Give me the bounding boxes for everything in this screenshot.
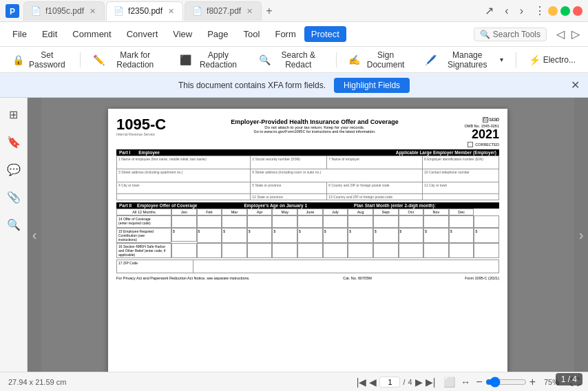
menu-convert[interactable]: Convert <box>120 26 165 42</box>
field-city-emp: 4 City or town <box>117 182 251 194</box>
sign-doc-button[interactable]: ✍️ Sign Document <box>342 47 414 72</box>
search-tools-box[interactable]: 🔍 Search Tools <box>474 28 547 41</box>
cell-14-all <box>171 215 197 228</box>
field-street-emp2: 9 Street address (including room or suit… <box>251 169 423 182</box>
form-footer-number: Form 1095-C (2021) <box>465 276 499 280</box>
menu-tool[interactable]: Tool <box>237 26 267 42</box>
sidebar-item-search[interactable]: 🔍 <box>3 213 25 235</box>
tab-f2350[interactable]: 📄 f2350.pdf ✕ <box>106 1 183 21</box>
notification-message: This document contains XFA form fields. <box>178 81 326 90</box>
nav-back-button[interactable]: ◁ <box>554 26 567 42</box>
value-ein <box>424 161 497 168</box>
employee-label: Employee <box>138 150 160 155</box>
share-button[interactable]: ↗ <box>482 3 496 19</box>
privacy-notice: For Privacy Act and Paperwork Reduction … <box>116 276 250 280</box>
page-corner-number: 600120 <box>483 117 499 122</box>
field-employee-name: 1 Name of employee (first name, middle i… <box>117 156 251 169</box>
prev-page-button[interactable]: ◀ <box>369 377 377 388</box>
page-number-input[interactable] <box>379 377 400 388</box>
form-number-block: 1095-C Internal Revenue Service <box>116 117 178 137</box>
field-country-er: 13 Country and ZIP or foreign postal cod… <box>327 194 423 200</box>
sign-doc-label: Sign Document <box>363 50 408 70</box>
menu-page[interactable]: Page <box>200 26 235 42</box>
tab-close-f2350[interactable]: ✕ <box>167 6 176 17</box>
tab-label: f1095c.pdf <box>45 6 84 16</box>
cell-14-nov <box>449 215 474 228</box>
month-aug: Aug <box>348 209 373 215</box>
page-nav-right[interactable]: › <box>574 98 588 372</box>
manage-sigs-button[interactable]: 🖊️ Manage Signatures <box>418 47 510 72</box>
cell-16-mar <box>247 243 273 258</box>
cell-14-sept <box>399 215 424 228</box>
apply-redaction-button[interactable]: ⬛ Apply Redaction <box>173 47 249 72</box>
electro-label: Electro... <box>543 55 576 65</box>
part-ii-label: Part II <box>119 203 132 208</box>
zoom-in-button[interactable]: + <box>529 376 536 388</box>
page-nav-left[interactable]: ‹ <box>28 98 41 372</box>
menu-form[interactable]: Form <box>268 26 302 42</box>
sidebar-item-comments[interactable]: 💬 <box>3 158 25 180</box>
search-redact-button[interactable]: 🔍 Search & Redact <box>252 47 330 72</box>
total-pages: 4 <box>408 378 412 386</box>
forward-button[interactable]: › <box>517 3 526 19</box>
field-employer-name: 7 Name of employer <box>327 156 423 169</box>
field-city-er: 11 City or town <box>423 182 499 194</box>
field-state-emp: 5 State or province <box>251 182 327 194</box>
menu-view[interactable]: View <box>166 26 199 42</box>
separator-3 <box>516 52 516 67</box>
cell-15-july: $ <box>348 228 373 243</box>
month-feb: Feb <box>197 209 222 215</box>
irs-label: Internal Revenue Service <box>116 132 178 137</box>
cell-16-sept <box>399 243 424 258</box>
sidebar-item-pages[interactable]: ⊞ <box>3 103 25 125</box>
add-tab-button[interactable]: + <box>263 5 275 17</box>
cell-16-nov <box>449 243 474 258</box>
month-dec: Dec <box>449 209 474 215</box>
mark-redaction-button[interactable]: ✏️ Mark for Redaction <box>86 47 171 72</box>
field-ssn: 2 Social security number (SSN) <box>251 156 327 169</box>
cell-14-feb <box>222 215 247 228</box>
search-redact-icon: 🔍 <box>259 54 271 65</box>
next-page-button[interactable]: ▶ <box>415 377 423 388</box>
month-all: All 12 Months <box>116 209 171 215</box>
minimize-button[interactable] <box>548 6 558 16</box>
mark-icon: ✏️ <box>93 54 105 65</box>
nav-buttons: ◁ ▷ <box>554 26 582 42</box>
menu-comment[interactable]: Comment <box>65 26 118 42</box>
set-password-button[interactable]: 🔒 Set Password <box>6 47 74 72</box>
menu-file[interactable]: File <box>6 26 34 42</box>
sidebar-item-attachments[interactable]: 📎 <box>3 186 25 208</box>
notification-close-button[interactable]: ✕ <box>571 78 580 92</box>
fit-width-button[interactable]: ↔ <box>461 377 470 388</box>
menu-protect[interactable]: Protect <box>304 26 346 42</box>
menu-edit[interactable]: Edit <box>35 26 64 42</box>
overflow-button[interactable]: ⋮ <box>532 3 548 19</box>
back-button[interactable]: ‹ <box>502 3 511 19</box>
value-zip-emp <box>328 187 421 193</box>
zoom-out-button[interactable]: − <box>476 376 482 388</box>
sidebar-item-bookmarks[interactable]: 🔖 <box>3 131 25 153</box>
field-street-emp: 3 Street address (including apartment no… <box>117 169 251 182</box>
cell-15-june: $ <box>323 228 348 243</box>
tab-f8027[interactable]: 📄 f8027.pdf ✕ <box>185 1 262 21</box>
value-employee-name <box>118 161 249 168</box>
field-empty1 <box>117 194 251 200</box>
highlight-fields-button[interactable]: Highlight Fields <box>334 78 410 93</box>
nav-forward-button[interactable]: ▷ <box>569 26 582 42</box>
cell-15-all: $ <box>171 228 197 242</box>
cell-16-apr <box>272 243 297 258</box>
first-page-button[interactable]: |◀ <box>357 377 367 388</box>
electro-button[interactable]: ⚡ Electro... <box>522 52 582 68</box>
tab-close-f1095c[interactable]: ✕ <box>88 6 97 17</box>
tab-f1095c[interactable]: 📄 f1095c.pdf ✕ <box>23 1 105 21</box>
tab-close-f8027[interactable]: ✕ <box>245 6 254 17</box>
mark-redaction-label: Mark for Redaction <box>107 50 164 70</box>
close-button[interactable] <box>573 6 582 16</box>
zoom-slider[interactable] <box>485 377 527 388</box>
cell-15-sept: $ <box>399 228 424 243</box>
last-page-button[interactable]: ▶| <box>426 377 436 388</box>
fit-page-button[interactable]: ⬜ <box>443 377 455 388</box>
maximize-button[interactable] <box>560 6 570 16</box>
row-16: 16 Section 4980H Safe Harbor and Other R… <box>116 243 499 258</box>
notification-bar: This document contains XFA form fields. … <box>0 73 588 98</box>
